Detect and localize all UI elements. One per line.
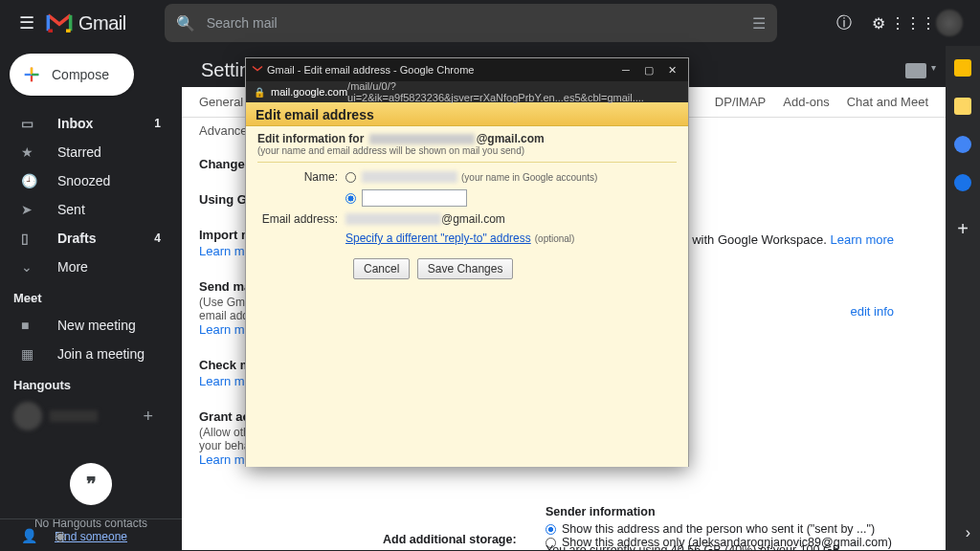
radio-icon[interactable]: [345, 172, 356, 183]
chat-footer-icon[interactable]: ◉: [55, 528, 66, 543]
lock-icon: 🔒: [254, 87, 265, 98]
add-contact-icon[interactable]: +: [143, 407, 153, 427]
draft-icon: ▯: [21, 231, 40, 246]
star-icon: ★: [21, 144, 40, 160]
email-row: Email address: @gmail.com: [257, 212, 677, 226]
reply-to-link[interactable]: Specify a different "reply-to" address: [345, 231, 531, 245]
tasks-icon[interactable]: [954, 136, 971, 153]
save-changes-button[interactable]: Save Changes: [417, 258, 514, 279]
redacted-email-prefix: [345, 213, 441, 225]
name-label: Name:: [257, 170, 345, 184]
tune-icon[interactable]: ☰: [752, 14, 766, 33]
close-icon[interactable]: ✕: [667, 65, 677, 75]
compose-button[interactable]: Compose: [10, 54, 134, 96]
rail-add-icon[interactable]: +: [957, 218, 969, 240]
storage-value: You are currently using 40.56 GB (40%) o…: [546, 543, 844, 550]
apps-grid-icon[interactable]: ⋮⋮⋮: [902, 11, 924, 34]
workspace-learn-more[interactable]: Learn more: [831, 232, 894, 247]
redacted-name: [369, 134, 475, 144]
header: ☰ Gmail 🔍 Search mail ☰ ⓘ ⚙ ⋮⋮⋮: [0, 0, 980, 46]
side-rail: + ›: [946, 46, 980, 551]
url-path: /mail/u/0/?ui=2&ik=a9f5823236&jsver=rXaN…: [347, 80, 680, 103]
tab-pop-imap[interactable]: DP/IMAP: [715, 95, 766, 109]
edit-info-sub: (your name and email address will be sho…: [257, 145, 677, 156]
meet-new[interactable]: ■New meeting: [0, 311, 182, 340]
sidebar: Compose ▭Inbox1 ★Starred 🕘Snoozed ➤Sent …: [0, 46, 182, 551]
meet-section-label: Meet: [0, 281, 182, 311]
calendar-icon[interactable]: [954, 59, 971, 77]
person-icon[interactable]: 👤: [21, 528, 37, 543]
tab-addons[interactable]: Add-ons: [783, 95, 829, 109]
sender-opt1[interactable]: Show this address and the person who sen…: [546, 522, 892, 536]
user-avatar: [13, 402, 42, 430]
gmail-logo[interactable]: Gmail: [46, 12, 126, 34]
storage-label: Add additional storage:: [383, 533, 517, 546]
reply-to-row: Specify a different "reply-to" address (…: [257, 231, 677, 245]
hamburger-icon[interactable]: ☰: [8, 4, 46, 42]
popup-heading: Edit email address: [246, 102, 688, 126]
custom-name-input[interactable]: [362, 189, 467, 207]
inbox-icon: ▭: [21, 116, 40, 131]
chevron-down-icon: ⌄: [21, 259, 40, 275]
edit-email-popup: Gmail - Edit email address - Google Chro…: [245, 57, 689, 467]
nav-drafts[interactable]: ▯Drafts4: [0, 224, 182, 253]
search-bar[interactable]: 🔍 Search mail ☰: [165, 4, 777, 42]
contacts-icon[interactable]: [954, 174, 971, 191]
name-row-1: Name: (your name in Google accounts): [257, 170, 677, 184]
edit-info-line: Edit information for @gmail.com: [257, 132, 677, 145]
clock-icon: 🕘: [21, 173, 40, 188]
cancel-button[interactable]: Cancel: [353, 258, 410, 279]
app-name: Gmail: [78, 12, 126, 34]
meet-join[interactable]: ▦Join a meeting: [0, 340, 182, 368]
url-domain: mail.google.com: [271, 86, 347, 98]
nav-more[interactable]: ⌄More: [0, 253, 182, 281]
sender-title: Sender information: [546, 505, 892, 518]
nav-inbox[interactable]: ▭Inbox1: [0, 109, 182, 138]
edit-info-link[interactable]: edit info: [850, 304, 894, 319]
popup-url-bar: 🔒 mail.google.com/mail/u/0/?ui=2&ik=a9f5…: [246, 81, 688, 102]
radio-icon[interactable]: [345, 193, 356, 204]
email-label: Email address:: [257, 212, 345, 226]
name-row-2: [257, 189, 677, 207]
rail-collapse-icon[interactable]: ›: [966, 524, 970, 541]
video-icon: ■: [21, 318, 40, 333]
storage-row: Add additional storage:: [383, 533, 517, 546]
help-icon[interactable]: ⓘ: [833, 11, 856, 34]
settings-gear-icon[interactable]: ⚙: [867, 11, 890, 34]
search-icon: 🔍: [176, 14, 195, 33]
hangouts-user[interactable]: +: [0, 398, 182, 434]
nav-snoozed[interactable]: 🕘Snoozed: [0, 166, 182, 195]
hangouts-section-label: Hangouts: [0, 368, 182, 398]
hangouts-bubble-icon: ❞: [70, 463, 112, 505]
popup-buttons: Cancel Save Changes: [353, 258, 677, 279]
account-avatar[interactable]: [936, 10, 963, 36]
email-suffix: @gmail.com: [441, 212, 505, 226]
gmail-mini-icon: [252, 65, 263, 75]
popup-window-title: Gmail - Edit email address - Google Chro…: [267, 64, 474, 76]
search-placeholder: Search mail: [207, 15, 752, 31]
header-actions: ⓘ ⚙ ⋮⋮⋮: [833, 10, 972, 36]
radio-icon: [546, 524, 556, 535]
redacted-google-name: [362, 171, 457, 183]
input-tools-icon[interactable]: [905, 63, 926, 78]
compose-label: Compose: [52, 67, 109, 82]
maximize-icon[interactable]: ▢: [644, 65, 654, 75]
keyboard-icon: ▦: [21, 346, 40, 362]
user-name-redacted: [50, 410, 98, 422]
sidebar-footer: 👤 ◉: [0, 518, 182, 551]
minimize-icon[interactable]: ─: [621, 65, 631, 75]
tab-chat[interactable]: Chat and Meet: [847, 95, 928, 109]
send-icon: ➤: [21, 202, 40, 217]
nav-starred[interactable]: ★Starred: [0, 138, 182, 166]
tab-general[interactable]: General: [199, 95, 243, 109]
popup-body: Edit information for @gmail.com (your na…: [246, 126, 688, 467]
name-hint: (your name in Google accounts): [461, 172, 597, 183]
optional-text: (optional): [535, 233, 575, 244]
plus-icon: [21, 64, 42, 85]
keep-icon[interactable]: [954, 98, 971, 115]
popup-titlebar: Gmail - Edit email address - Google Chro…: [246, 58, 688, 81]
nav-sent[interactable]: ➤Sent: [0, 195, 182, 224]
